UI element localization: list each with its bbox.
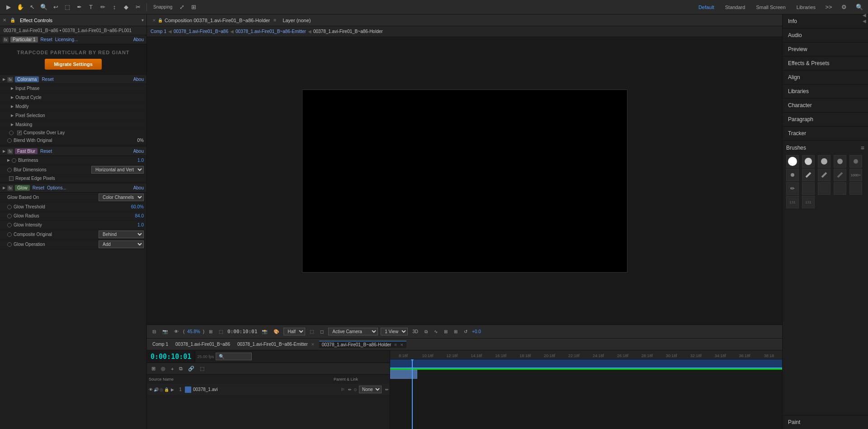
hand-tool[interactable]: ✋ — [15, 2, 25, 12]
align-section[interactable]: Align — [783, 71, 868, 85]
layer-audio-icon[interactable]: 🔊 — [154, 387, 159, 392]
libraries-section[interactable]: Libraries — [783, 85, 868, 99]
clone-tool[interactable]: ↕ — [109, 2, 119, 12]
layer-parent-pick[interactable]: ✏ — [383, 387, 391, 393]
blend-value[interactable]: 0% — [137, 138, 144, 143]
breadcrumb-fire[interactable]: 00378_1.avi-Fire01_B~a86 — [174, 29, 228, 34]
glow-operation-select[interactable]: Add — [99, 240, 144, 248]
vc-snapshot-btn[interactable]: 📸 — [260, 328, 269, 335]
brush-pen[interactable]: ✏ — [786, 182, 799, 195]
vc-view-select[interactable]: 1 View — [381, 328, 408, 335]
vc-toggle-btn[interactable]: ⬚ — [217, 328, 225, 335]
fastblur-about[interactable]: Abou — [133, 149, 144, 154]
composite-original-select[interactable]: Behind — [99, 231, 144, 238]
glow-threshold-value[interactable]: 60.0% — [131, 204, 144, 209]
brush-empty-4[interactable] — [849, 182, 862, 195]
blurriness-value[interactable]: 1.0 — [137, 158, 144, 163]
info-section[interactable]: Info — [783, 14, 868, 28]
vc-region-btn[interactable]: ⬚ — [308, 328, 316, 335]
glow-based-select[interactable]: Color Channels — [99, 193, 144, 201]
colorama-masking[interactable]: ▶ Masking — [0, 120, 146, 129]
brush-tool[interactable]: ✏ — [98, 2, 108, 12]
vc-transparent-btn[interactable]: ◻ — [318, 328, 326, 335]
layer-clip-1[interactable] — [390, 370, 417, 379]
grid-btn[interactable]: ⊞ — [189, 2, 198, 12]
brush-tt1[interactable] — [834, 155, 846, 168]
comp-tab-menu[interactable]: ≡ — [274, 18, 276, 23]
vc-camera-select[interactable]: Active Camera — [328, 328, 378, 335]
tl-holder-menu[interactable]: ≡ — [394, 342, 397, 347]
brush-tt2[interactable] — [849, 155, 862, 168]
colorama-reset[interactable]: Reset — [42, 77, 53, 82]
glow-intensity-value[interactable]: 1.0 — [137, 222, 144, 227]
text-tool[interactable]: T — [86, 2, 96, 12]
glow-options[interactable]: Options... — [47, 185, 66, 190]
glow-radius-value[interactable]: 84.0 — [135, 213, 144, 218]
vc-fit-btn[interactable]: ⊞ — [207, 328, 214, 335]
more-workspaces[interactable]: >> — [824, 2, 834, 12]
particular-licensing[interactable]: Licensing... — [55, 37, 78, 42]
layer-lock-icon[interactable]: 🔒 — [164, 387, 169, 392]
expand-btn[interactable]: ⤢ — [177, 2, 187, 12]
puppet-tool[interactable]: ✂ — [133, 2, 143, 12]
panel-more-btn[interactable]: ▾ — [142, 18, 144, 23]
colorama-output-cycle[interactable]: ▶ Output Cycle — [0, 93, 146, 102]
layer-tab[interactable]: Layer (none) — [280, 17, 313, 24]
brush-45-3[interactable] — [834, 169, 846, 181]
composition-tab[interactable]: ✕ 🔒 Composition 00378_1.avi-Fire01_B~a86… — [150, 17, 279, 24]
effect-controls-tab[interactable]: Effect Controls — [17, 17, 55, 24]
workspace-small-screen[interactable]: Small Screen — [753, 4, 788, 11]
brush-131-1[interactable]: 131 — [786, 196, 799, 208]
brush-tt3[interactable] — [786, 169, 799, 181]
comp-orig-stopwatch[interactable] — [7, 232, 12, 237]
breadcrumb-emitter[interactable]: 00378_1.avi-Fire01_B~a86-Emitter — [236, 29, 306, 34]
audio-section[interactable]: Audio — [783, 28, 868, 42]
tl-solo-btn[interactable]: ◎ — [159, 365, 167, 372]
layer-parent-icon[interactable]: ⊙ — [354, 387, 357, 392]
layer-solo-icon[interactable]: ◎ — [160, 387, 163, 392]
zoom-tool[interactable]: 🔍 — [39, 2, 49, 12]
brush-300[interactable] — [818, 155, 830, 168]
breadcrumb-holder[interactable]: 00378_1.avi-Fire01_B~a86-Holder — [313, 29, 383, 34]
brush-45-1[interactable] — [802, 169, 815, 181]
character-section[interactable]: Character — [783, 99, 868, 113]
vc-camera-btn[interactable]: 📷 — [160, 328, 170, 335]
vc-align-btn[interactable]: ⊞ — [452, 328, 459, 335]
tl-add-btn[interactable]: + — [169, 365, 175, 372]
workspace-default[interactable]: Default — [696, 4, 717, 11]
composite-overlay-stopwatch[interactable] — [9, 131, 14, 135]
viewer-canvas[interactable] — [147, 37, 782, 325]
tl-tab-holder[interactable]: 00378_1.avi-Fire01_B~a86-Holder ≡ ✕ — [319, 341, 406, 348]
vc-render-btn[interactable]: ⧉ — [423, 328, 429, 335]
brush-empty-1[interactable] — [802, 182, 815, 195]
vc-view-btn[interactable]: 👁 — [172, 328, 180, 335]
vc-3d-btn[interactable]: 3D — [410, 328, 420, 335]
particular-badge[interactable]: Particular 1 — [10, 37, 38, 42]
timeline-playhead[interactable] — [412, 359, 413, 429]
brush-empty-2[interactable] — [818, 182, 830, 195]
tl-comment-btn[interactable]: ⬚ — [198, 365, 206, 372]
fastblur-reset[interactable]: Reset — [40, 149, 52, 154]
glow-reset[interactable]: Reset — [33, 185, 44, 190]
brush-empty-3[interactable] — [834, 182, 846, 195]
glow-badge[interactable]: Glow — [15, 185, 30, 191]
select-tool[interactable]: ↖ — [27, 2, 37, 12]
vc-motion-btn[interactable]: ∿ — [432, 328, 439, 335]
blend-stopwatch[interactable] — [7, 138, 12, 143]
timeline-track-area[interactable] — [390, 359, 782, 429]
fastblur-badge[interactable]: Fast Blur — [15, 148, 38, 154]
vc-zoom-value[interactable]: 45.8% — [187, 329, 200, 334]
vc-quality-select[interactable]: Half — [283, 328, 305, 335]
arrow-tool[interactable]: ▶ — [4, 2, 14, 12]
pen-tool[interactable]: ✒ — [74, 2, 84, 12]
colorama-modify[interactable]: ▶ Modify — [0, 102, 146, 111]
paint-section[interactable]: Paint — [783, 415, 868, 429]
particular-about[interactable]: Abou — [133, 37, 144, 42]
migrate-btn[interactable]: Migrate Settings — [45, 59, 102, 70]
tl-tab-emitter[interactable]: 00378_1.avi-Fire01_B~a86-Emitter ✕ — [235, 341, 317, 348]
timeline-search[interactable] — [216, 353, 252, 360]
colorama-input-phase[interactable]: ▶ Input Phase — [0, 84, 146, 93]
timeline-timecode[interactable]: 0:00:10:01 — [147, 351, 195, 363]
layer-color-swatch[interactable] — [185, 387, 191, 393]
brush-200[interactable] — [802, 155, 815, 168]
